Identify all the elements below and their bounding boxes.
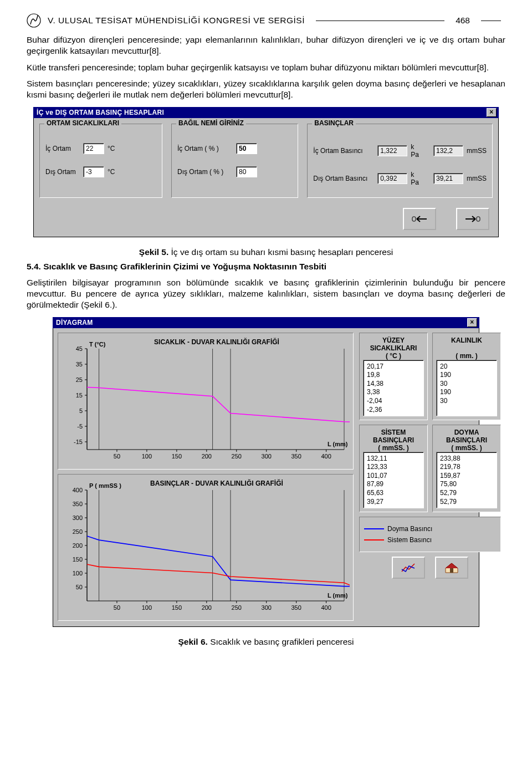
svg-text:T (°C): T (°C) xyxy=(89,341,106,348)
box-title: SİSTEM BASINÇLARI ( mmSS. ) xyxy=(363,429,424,452)
svg-text:300: 300 xyxy=(73,514,83,521)
svg-text:300: 300 xyxy=(262,453,272,460)
ic-ortam-temp-input[interactable]: 22 xyxy=(83,143,104,154)
svg-text:BASINÇLAR - DUVAR KALINLIĞI GR: BASINÇLAR - DUVAR KALINLIĞI GRAFİĞİ xyxy=(150,479,283,487)
ic-ortam-hum-input[interactable]: 50 xyxy=(236,143,257,154)
svg-text:L (mm): L (mm) xyxy=(328,592,348,599)
unit-label: mmSS xyxy=(467,147,487,155)
box-title: KALINLIK ( mm. ) xyxy=(436,336,497,360)
svg-text:250: 250 xyxy=(73,528,83,535)
header-title: V. ULUSAL TESİSAT MÜHENDİSLİĞİ KONGRESİ … xyxy=(48,16,305,26)
svg-rect-1 xyxy=(412,217,416,221)
dialog-title: DİYAGRAM xyxy=(56,319,93,327)
svg-text:50: 50 xyxy=(76,584,83,590)
paragraph: Geliştirilen bilgisayar programının son … xyxy=(27,277,505,310)
titlebar: DİYAGRAM × xyxy=(53,317,479,328)
chart-icon xyxy=(400,562,417,574)
svg-text:350: 350 xyxy=(291,604,301,611)
legend-box: Doyma Basıncı Sistem Basıncı xyxy=(359,517,501,552)
svg-text:35: 35 xyxy=(76,361,83,368)
page-number: 468 xyxy=(456,16,470,26)
close-icon[interactable]: × xyxy=(487,108,497,117)
header-rule-right xyxy=(481,21,501,21)
paragraph: Sistem basınçları penceresinde; yüzey sı… xyxy=(27,78,505,100)
header-rule xyxy=(316,21,444,21)
svg-text:400: 400 xyxy=(321,604,331,611)
group-temperatures: ORTAM SICAKLIKLARI İç Ortam 22 °C Dış Or… xyxy=(39,124,162,198)
group-pressures: BASINÇLAR İç Ortam Basıncı 1,322 k Pa 13… xyxy=(307,124,493,198)
label: İç Ortam xyxy=(45,145,80,152)
svg-text:-5: -5 xyxy=(77,423,83,430)
thickness-box: KALINLIK ( mm. ) 20 190 30 190 30 xyxy=(432,333,501,420)
plot-button[interactable] xyxy=(392,557,425,579)
svg-text:250: 250 xyxy=(232,453,242,460)
svg-text:SICAKLIK - DUVAR KALINLIĞI GRA: SICAKLIK - DUVAR KALINLIĞI GRAFİĞİ xyxy=(154,338,279,346)
surface-temp-list[interactable]: 20,17 19,8 14,38 3,38 -2,04 -2,36 xyxy=(363,360,424,416)
box-title: DOYMA BASINÇLARI ( mmSS. ) xyxy=(436,429,497,452)
label: Dış Ortam Basıncı xyxy=(313,175,374,182)
legend-label: Sistem Basıncı xyxy=(387,536,432,544)
home-button[interactable] xyxy=(435,557,468,579)
next-button[interactable] xyxy=(456,208,489,230)
svg-text:150: 150 xyxy=(172,453,182,460)
group-title: BAĞIL NEMİ GİRİNİZ xyxy=(176,119,246,127)
dis-basinc-kpa: 0,392 xyxy=(377,173,407,184)
group-title: BASINÇLAR xyxy=(312,119,356,127)
thickness-list[interactable]: 20 190 30 190 30 xyxy=(436,360,497,416)
svg-text:50: 50 xyxy=(114,604,120,611)
svg-text:5: 5 xyxy=(79,407,83,414)
group-title: ORTAM SICAKLIKLARI xyxy=(44,119,121,127)
prev-button[interactable] xyxy=(403,208,436,230)
unit-label: °C xyxy=(108,145,115,152)
logo-icon xyxy=(27,13,41,28)
svg-text:L (mm): L (mm) xyxy=(328,441,348,447)
unit-label: °C xyxy=(108,168,115,176)
unit-label: mmSS xyxy=(467,175,487,182)
dialog-title: İÇ ve DIŞ ORTAM BASINÇ HESAPLARI xyxy=(37,109,164,116)
label: İç Ortam Basıncı xyxy=(313,147,374,155)
svg-rect-87 xyxy=(450,568,453,573)
svg-text:350: 350 xyxy=(291,453,301,460)
svg-text:50: 50 xyxy=(114,453,120,460)
figure-caption: Şekil 6. Sıcaklık ve basınç grafikleri p… xyxy=(27,637,505,647)
temperature-chart: SICAKLIK - DUVAR KALINLIĞI GRAFİĞİT (°C)… xyxy=(58,333,354,470)
hand-right-icon xyxy=(463,213,482,225)
hand-left-icon xyxy=(410,213,429,225)
paragraph: Buhar difüzyon dirençleri penceresinde; … xyxy=(27,34,505,57)
dis-ortam-hum-input[interactable]: 80 xyxy=(236,166,257,177)
svg-text:150: 150 xyxy=(172,604,182,611)
svg-text:P ( mmSS ): P ( mmSS ) xyxy=(89,482,121,489)
svg-text:100: 100 xyxy=(73,570,83,577)
svg-text:45: 45 xyxy=(76,345,83,352)
svg-text:350: 350 xyxy=(73,501,83,507)
svg-text:200: 200 xyxy=(202,453,212,460)
unit-label: k Pa xyxy=(411,171,421,186)
system-pressure-box: SİSTEM BASINÇLARI ( mmSS. ) 132,11 123,3… xyxy=(359,425,428,512)
system-pressure-list[interactable]: 132,11 123,33 101,07 87,89 65,63 39,27 xyxy=(363,452,424,508)
svg-text:100: 100 xyxy=(142,453,152,460)
svg-point-0 xyxy=(27,14,40,27)
titlebar: İÇ ve DIŞ ORTAM BASINÇ HESAPLARI × xyxy=(33,107,499,118)
label: İç Ortam ( % ) xyxy=(177,145,233,152)
ic-basinc-kpa: 1,322 xyxy=(377,145,407,156)
saturation-pressure-list[interactable]: 233,88 219,78 159,87 75,80 52,79 52,79 xyxy=(436,452,497,508)
label: Dış Ortam xyxy=(45,168,80,176)
diagram-dialog: DİYAGRAM × SICAKLIK - DUVAR KALINLIĞI GR… xyxy=(53,317,479,627)
dis-ortam-temp-input[interactable]: -3 xyxy=(83,166,104,177)
chart-svg: SICAKLIK - DUVAR KALINLIĞI GRAFİĞİT (°C)… xyxy=(62,336,350,464)
unit-label: k Pa xyxy=(411,143,421,159)
section-heading: 5.4. Sıcaklık ve Basınç Grafiklerinin Çi… xyxy=(27,262,505,272)
svg-text:150: 150 xyxy=(73,556,83,563)
box-title: YÜZEY SICAKLIKLARI ( °C ) xyxy=(363,336,424,360)
svg-text:15: 15 xyxy=(76,392,83,399)
svg-text:200: 200 xyxy=(73,542,83,549)
dis-basinc-mmss: 39,21 xyxy=(433,173,463,184)
chart-svg: BASINÇLAR - DUVAR KALINLIĞI GRAFİĞİP ( m… xyxy=(62,478,350,615)
svg-text:100: 100 xyxy=(142,604,152,611)
close-icon[interactable]: × xyxy=(467,318,477,327)
label: Dış Ortam ( % ) xyxy=(177,168,233,176)
saturation-pressure-box: DOYMA BASINÇLARI ( mmSS. ) 233,88 219,78… xyxy=(432,425,501,512)
svg-text:300: 300 xyxy=(262,604,272,611)
figure-caption: Şekil 5. İç ve dış ortam su buharı kısmi… xyxy=(27,247,505,257)
legend-label: Doyma Basıncı xyxy=(387,525,432,533)
